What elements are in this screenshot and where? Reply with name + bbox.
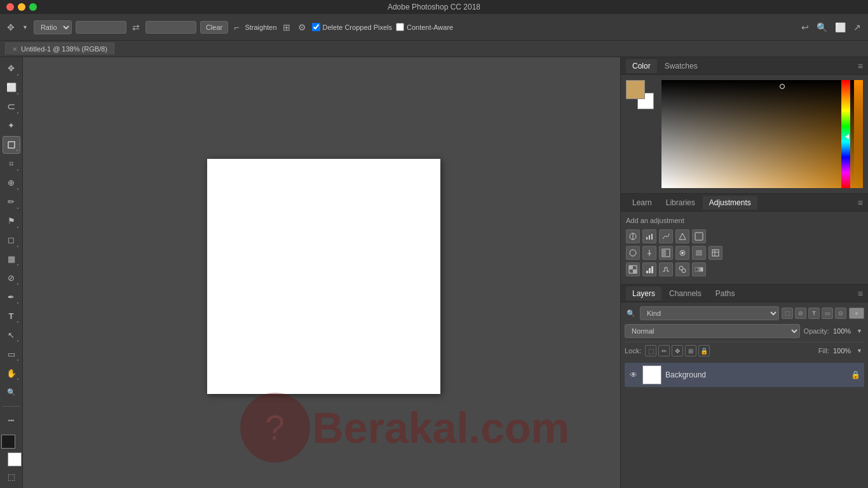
color-hue-bar[interactable] — [841, 80, 850, 188]
filter-type-icon[interactable]: T — [808, 308, 820, 319]
straighten-label[interactable]: Straighten — [245, 24, 276, 31]
move-icon[interactable]: ✥ — [5, 20, 17, 34]
tab-paths[interactable]: Paths — [709, 287, 742, 301]
delete-cropped-checkbox[interactable] — [312, 23, 320, 31]
color-alpha-bar[interactable] — [854, 80, 863, 188]
adjustments-panel: Learn Libraries Adjustments ≡ Add an adj… — [621, 194, 868, 285]
width-input[interactable] — [76, 21, 126, 34]
quick-mask-tool[interactable]: ⬚ — [3, 468, 20, 485]
brightness-contrast-btn[interactable] — [626, 229, 640, 243]
gradient-map-btn[interactable] — [692, 262, 706, 276]
traffic-lights — [6, 3, 37, 11]
filter-toggle[interactable]: ● — [849, 308, 864, 319]
filter-pixel-icon[interactable]: ⬚ — [782, 308, 793, 319]
opacity-arrow-icon[interactable]: ▼ — [855, 326, 864, 336]
tab-learn[interactable]: Learn — [626, 196, 658, 210]
eraser-icon: ◻ — [8, 235, 15, 245]
clone-stamp-tool[interactable]: ⚑ ▸ — [3, 212, 20, 230]
filter-smart-icon[interactable]: ⊙ — [835, 308, 846, 319]
layer-visibility-icon[interactable]: 👁 — [628, 370, 639, 380]
color-lookup-btn[interactable] — [709, 246, 722, 260]
layers-kind-select[interactable]: Kind — [640, 306, 779, 320]
color-balance-btn[interactable] — [642, 246, 656, 260]
path-selection-tool[interactable]: ↖ ▸ — [3, 326, 20, 344]
minimize-button[interactable] — [18, 3, 25, 11]
fill-arrow-icon[interactable]: ▼ — [855, 346, 864, 356]
canvas-document[interactable] — [207, 159, 440, 394]
document-tab[interactable]: ✕ Untitled-1 @ 138% (RGB/8) — [5, 43, 114, 55]
main-layout: ✥ ▸ ⬜ ▸ ⊂ ▸ ✦ ▸ ⌗ ▸ ⊕ ▸ ✏ — [0, 57, 868, 488]
swap-icon[interactable]: ⇄ — [130, 20, 142, 34]
type-tool[interactable]: T ▸ — [3, 307, 20, 325]
eraser-tool[interactable]: ◻ ▸ — [3, 231, 20, 249]
tab-channels[interactable]: Channels — [663, 287, 708, 301]
tab-layers[interactable]: Layers — [626, 287, 661, 301]
magic-wand-tool[interactable]: ✦ — [3, 117, 20, 135]
arrow-down-icon[interactable]: ▼ — [20, 22, 30, 32]
photo-filter-btn[interactable] — [675, 246, 689, 260]
clear-button[interactable]: Clear — [200, 21, 228, 34]
content-aware-checkbox[interactable] — [396, 23, 404, 31]
curves-btn[interactable] — [659, 229, 673, 243]
tab-close-icon[interactable]: ✕ — [12, 46, 17, 53]
levels-btn[interactable] — [642, 229, 656, 243]
search-icon[interactable]: 🔍 — [815, 20, 829, 34]
layers-panel-menu-icon[interactable]: ≡ — [858, 288, 863, 299]
pen-tool[interactable]: ✒ ▸ — [3, 288, 20, 306]
zoom-tool[interactable]: 🔍 — [3, 383, 20, 401]
vibrance-btn[interactable] — [692, 229, 706, 243]
hue-saturation-btn[interactable] — [626, 246, 640, 260]
adj-panel-menu-icon[interactable]: ≡ — [858, 198, 863, 208]
opacity-value[interactable]: 100% — [833, 327, 851, 335]
undo-icon[interactable]: ↩ — [799, 20, 811, 34]
layer-background[interactable]: 👁 Background 🔒 — [625, 363, 864, 387]
tab-libraries[interactable]: Libraries — [660, 196, 702, 210]
channel-mixer-btn[interactable] — [692, 246, 706, 260]
tab-color[interactable]: Color — [626, 59, 657, 73]
crop-tool[interactable]: ▸ — [3, 136, 20, 154]
filter-shape-icon[interactable]: ▭ — [822, 308, 833, 319]
lock-move-icon[interactable]: ✥ — [672, 345, 683, 356]
brush-tool[interactable]: ✏ ▸ — [3, 193, 20, 211]
maximize-button[interactable] — [29, 3, 37, 11]
foreground-color-swatch[interactable] — [626, 80, 645, 99]
more-tools[interactable]: ••• — [3, 412, 20, 430]
exposure-btn[interactable] — [675, 229, 689, 243]
filter-adjustment-icon[interactable]: ⊘ — [795, 308, 806, 319]
tab-swatches[interactable]: Swatches — [658, 59, 704, 73]
lock-all-icon[interactable]: 🔒 — [698, 345, 710, 356]
fill-value[interactable]: 100% — [833, 347, 851, 355]
background-color[interactable] — [8, 452, 22, 466]
color-gradient-field[interactable] — [661, 80, 863, 188]
marquee-tool[interactable]: ⬜ ▸ — [3, 79, 20, 97]
gradient-tool[interactable]: ▦ ▸ — [3, 250, 20, 268]
threshold-btn[interactable] — [659, 262, 673, 276]
move-tool[interactable]: ✥ ▸ — [3, 60, 20, 78]
height-input[interactable] — [146, 21, 196, 34]
dodge-tool[interactable]: ⊘ ▸ — [3, 269, 20, 287]
view-icon[interactable]: ⬜ — [833, 20, 848, 34]
grid-icon[interactable]: ⊞ — [281, 20, 292, 34]
lock-artboard-icon[interactable]: ⊞ — [685, 345, 696, 356]
eyedropper-tool[interactable]: ⌗ ▸ — [3, 155, 20, 173]
settings-icon[interactable]: ⚙ — [296, 20, 308, 34]
black-white-btn[interactable] — [659, 246, 673, 260]
hand-tool[interactable]: ✋ ▸ — [3, 364, 20, 382]
blend-mode-select[interactable]: Normal — [625, 324, 800, 338]
lock-brush-icon[interactable]: ✏ — [658, 345, 670, 356]
close-button[interactable] — [6, 3, 14, 11]
color-panel-menu-icon[interactable]: ≡ — [858, 61, 863, 71]
shape-tool[interactable]: ▭ ▸ — [3, 345, 20, 363]
crop-icon — [6, 140, 17, 150]
straighten-icon[interactable]: ⌐ — [232, 20, 241, 34]
lasso-tool[interactable]: ⊂ ▸ — [3, 98, 20, 116]
ratio-select[interactable]: Ratio — [34, 20, 72, 34]
invert-btn[interactable] — [626, 262, 640, 276]
tab-adjustments[interactable]: Adjustments — [703, 196, 757, 210]
selective-color-btn[interactable] — [675, 262, 689, 276]
share-icon[interactable]: ↗ — [851, 20, 863, 34]
posterize-btn[interactable] — [642, 262, 656, 276]
foreground-color[interactable] — [1, 435, 15, 449]
healing-brush-tool[interactable]: ⊕ ▸ — [3, 174, 20, 192]
lock-pixel-icon[interactable]: ⬚ — [645, 345, 656, 356]
